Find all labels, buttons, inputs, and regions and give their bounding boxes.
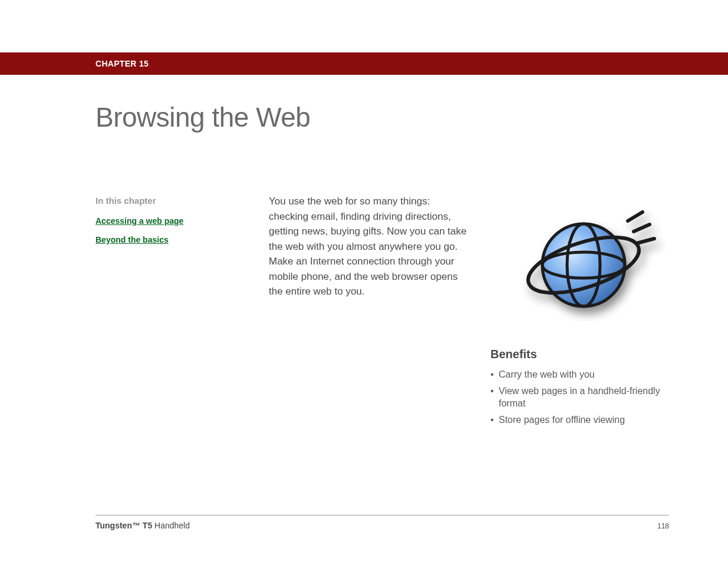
sidebar: In this chapter Accessing a web page Bey… xyxy=(95,196,237,254)
link-accessing-web-page[interactable]: Accessing a web page xyxy=(95,216,237,226)
footer-product: Tungsten™ T5 Handheld xyxy=(95,521,190,530)
link-beyond-basics[interactable]: Beyond the basics xyxy=(95,235,237,244)
footer: Tungsten™ T5 Handheld 118 xyxy=(95,521,669,530)
benefit-item: Store pages for offline viewing xyxy=(490,414,667,427)
footer-product-bold: Tungsten™ T5 xyxy=(95,521,152,530)
benefit-item: Carry the web with you xyxy=(490,368,667,381)
chapter-bar: CHAPTER 15 xyxy=(0,52,728,75)
intro-paragraph: You use the web for so many things: chec… xyxy=(269,194,469,299)
footer-page-number: 118 xyxy=(657,522,669,530)
benefits-heading: Benefits xyxy=(490,348,667,361)
globe-icon xyxy=(516,206,669,324)
page-title: Browsing the Web xyxy=(95,101,310,133)
chapter-label: CHAPTER 15 xyxy=(95,59,149,68)
benefits-section: Benefits Carry the web with you View web… xyxy=(490,348,667,429)
benefit-item: View web pages in a handheld-friendly fo… xyxy=(490,385,667,410)
footer-rule xyxy=(95,515,669,515)
sidebar-heading: In this chapter xyxy=(95,196,237,206)
footer-product-rest: Handheld xyxy=(152,521,190,530)
